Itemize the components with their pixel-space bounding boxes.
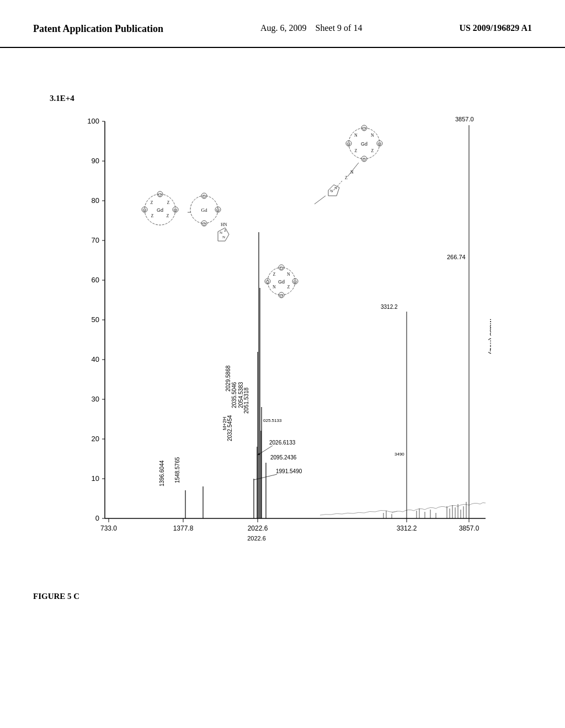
svg-text:O: O bbox=[174, 208, 177, 213]
svg-text:N: N bbox=[220, 231, 222, 235]
svg-text:O: O bbox=[202, 222, 206, 227]
svg-text:O: O bbox=[378, 142, 381, 147]
svg-text:90: 90 bbox=[92, 157, 99, 165]
svg-text:10: 10 bbox=[92, 474, 99, 483]
svg-text:M+2H: M+2H bbox=[222, 417, 227, 430]
svg-text:N: N bbox=[273, 285, 276, 290]
svg-text:N: N bbox=[371, 133, 374, 138]
svg-text:Z: Z bbox=[355, 148, 358, 153]
svg-text:1991.5490: 1991.5490 bbox=[276, 468, 302, 474]
svg-text:Z: Z bbox=[224, 228, 226, 233]
header-publication-title: Patent Application Publication bbox=[33, 22, 163, 36]
svg-text:30: 30 bbox=[92, 395, 99, 403]
svg-text:266.74: 266.74 bbox=[447, 254, 466, 260]
header-patent-number: US 2009/196829 A1 bbox=[459, 22, 532, 34]
svg-text:70: 70 bbox=[92, 236, 99, 244]
figure-label: FIGURE 5 C bbox=[33, 592, 79, 601]
svg-text:Z: Z bbox=[151, 200, 153, 205]
svg-text:1396.6044: 1396.6044 bbox=[159, 460, 165, 486]
svg-text:733.0: 733.0 bbox=[100, 524, 117, 532]
svg-text:Z: Z bbox=[345, 175, 348, 180]
svg-text:N: N bbox=[330, 189, 333, 193]
svg-text:2035.5046: 2035.5046 bbox=[231, 382, 237, 408]
svg-text:20: 20 bbox=[92, 435, 99, 443]
svg-text:Z: Z bbox=[167, 200, 170, 205]
svg-text:2026.6133: 2026.6133 bbox=[269, 440, 296, 446]
svg-text:Z: Z bbox=[273, 272, 276, 277]
svg-text:Gd: Gd bbox=[157, 207, 163, 213]
svg-text:Z: Z bbox=[151, 213, 154, 218]
svg-text:80: 80 bbox=[92, 196, 99, 205]
figure-area: FIGURE 5 C 3.1E+4 100 90 80 bbox=[0, 61, 565, 711]
svg-text:O: O bbox=[280, 293, 283, 298]
svg-text:3312.2: 3312.2 bbox=[381, 304, 398, 310]
svg-text:0: 0 bbox=[95, 514, 99, 522]
svg-text:3857.0: 3857.0 bbox=[455, 116, 474, 122]
svg-text:O: O bbox=[347, 142, 350, 147]
spectrum-svg: 100 90 80 70 60 50 40 bbox=[72, 116, 491, 585]
svg-text:O: O bbox=[363, 126, 366, 131]
svg-text:Mass (m/z): Mass (m/z) bbox=[488, 319, 491, 354]
svg-text:2022.6: 2022.6 bbox=[248, 524, 268, 532]
svg-text:60: 60 bbox=[92, 276, 99, 284]
svg-text:1548.5765: 1548.5765 bbox=[174, 457, 180, 483]
page-header: Patent Application Publication Aug. 6, 2… bbox=[0, 0, 565, 48]
svg-text:O: O bbox=[202, 194, 206, 199]
svg-text:Z: Z bbox=[167, 213, 169, 218]
header-sheet: Sheet 9 of 14 bbox=[316, 23, 363, 33]
y-axis-max-label: 3.1E+4 bbox=[50, 94, 74, 103]
plot-container: 100 90 80 70 60 50 40 bbox=[72, 116, 491, 585]
svg-text:N: N bbox=[350, 170, 354, 175]
svg-text:O: O bbox=[143, 208, 146, 213]
svg-text:N: N bbox=[354, 133, 358, 138]
svg-text:Z: Z bbox=[371, 148, 374, 153]
svg-text:O: O bbox=[294, 280, 297, 285]
svg-text:N: N bbox=[222, 235, 225, 239]
svg-text:O: O bbox=[158, 192, 162, 197]
svg-text:2095.2436: 2095.2436 bbox=[270, 454, 297, 461]
svg-text:3857.0: 3857.0 bbox=[459, 524, 479, 532]
svg-text:2029.5868: 2029.5868 bbox=[225, 365, 231, 392]
svg-text:2022.6: 2022.6 bbox=[247, 535, 266, 542]
svg-text:2032.5454: 2032.5454 bbox=[227, 415, 233, 441]
svg-text:Gd: Gd bbox=[361, 141, 367, 147]
svg-text:3490: 3490 bbox=[395, 452, 404, 457]
svg-text:Gd: Gd bbox=[278, 279, 285, 285]
svg-text:Gd: Gd bbox=[201, 207, 207, 213]
svg-text:O: O bbox=[266, 280, 269, 285]
header-date-sheet: Aug. 6, 2009 Sheet 9 of 14 bbox=[260, 22, 362, 34]
svg-text:N: N bbox=[334, 186, 337, 190]
svg-line-101 bbox=[315, 196, 326, 204]
svg-text:025.5133: 025.5133 bbox=[263, 418, 282, 423]
svg-text:3312.2: 3312.2 bbox=[397, 524, 417, 532]
svg-text:1377.8: 1377.8 bbox=[173, 524, 194, 532]
svg-text:N: N bbox=[287, 272, 290, 277]
svg-text:50: 50 bbox=[92, 315, 99, 324]
svg-text:100: 100 bbox=[87, 117, 99, 125]
svg-text:40: 40 bbox=[92, 355, 99, 363]
svg-text:Z: Z bbox=[287, 285, 290, 290]
svg-text:O: O bbox=[280, 266, 283, 271]
header-date: Aug. 6, 2009 bbox=[260, 23, 307, 33]
svg-text:O: O bbox=[216, 208, 220, 213]
svg-text:HN: HN bbox=[221, 222, 227, 227]
svg-text:2051.5318: 2051.5318 bbox=[243, 387, 249, 414]
svg-text:O: O bbox=[363, 157, 366, 162]
